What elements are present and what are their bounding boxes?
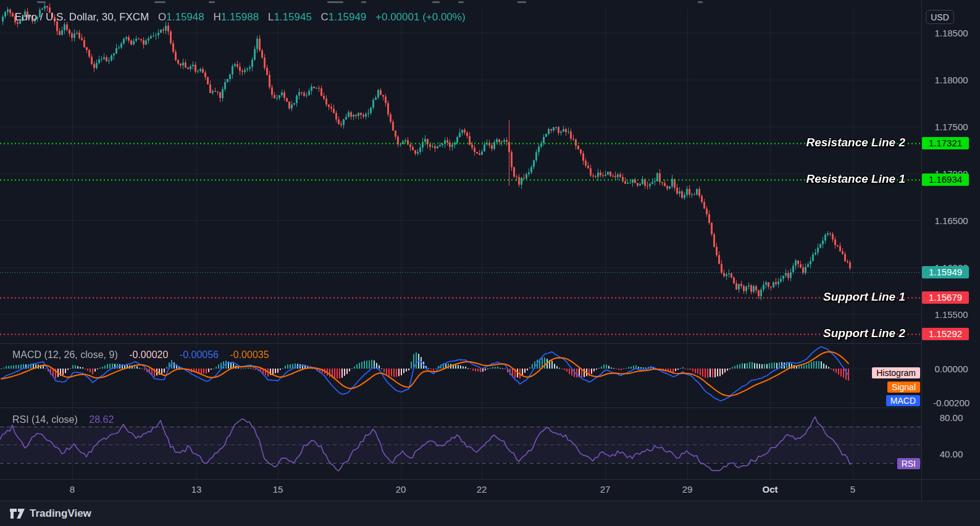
currency-toggle-button[interactable]: USD <box>926 10 954 24</box>
rsi-axis-tick: 80.00 <box>922 412 980 423</box>
high-value: 1.15988 <box>221 11 259 23</box>
price-axis-tick: 1.15500 <box>922 309 980 320</box>
chart-container: Euro / U.S. Dollar, 30, FXCM O1.15948 H1… <box>0 0 980 501</box>
time-axis-tick: 13 <box>191 484 202 495</box>
low-label: L <box>268 11 274 23</box>
macd-histogram-value: -0.00020 <box>129 349 168 360</box>
level-label-resistance-line-2[interactable]: Resistance Line 2 <box>806 136 905 149</box>
macd-legend-badge-macd: MACD <box>886 395 920 406</box>
rsi-axis-tick: 40.00 <box>922 449 980 459</box>
macd-line-value: -0.00056 <box>180 349 219 360</box>
macd-axis-tick: 0.00000 <box>922 364 980 374</box>
time-axis-tick: 8 <box>70 484 75 495</box>
rsi-value: 28.62 <box>89 414 114 425</box>
time-axis[interactable]: 8131520222729Oct5 <box>0 479 980 501</box>
bottom-bar: TradingView <box>0 501 980 526</box>
time-axis-tick: 27 <box>600 484 611 495</box>
time-axis-tick: 15 <box>273 484 283 495</box>
price-chart-canvas[interactable] <box>0 0 921 479</box>
support-price-badge: 1.15679 <box>922 291 969 304</box>
price-axis-tick: 1.17500 <box>922 122 980 132</box>
level-label-resistance-line-1[interactable]: Resistance Line 1 <box>806 172 905 186</box>
resistance-price-badge: 1.16934 <box>922 173 969 186</box>
macd-signal-value: -0.00035 <box>230 349 269 360</box>
level-label-support-line-2[interactable]: Support Line 2 <box>823 327 905 340</box>
close-label: C <box>321 11 329 23</box>
macd-title[interactable]: MACD (12, 26, close, 9) <box>12 349 118 360</box>
low-value: 1.15945 <box>274 11 311 23</box>
open-label: O <box>158 11 166 23</box>
rsi-legend: RSI (14, close) 28.62 <box>12 414 114 425</box>
rsi-legend-badge: RSI <box>897 458 920 469</box>
time-axis-tick: 5 <box>850 484 855 495</box>
time-axis-tick: Oct <box>762 484 777 495</box>
symbol-title[interactable]: Euro / U.S. Dollar, 30, FXCM <box>15 11 149 23</box>
resistance-price-badge: 1.17321 <box>922 137 969 149</box>
high-label: H <box>213 11 220 23</box>
support-price-badge: 1.15292 <box>922 328 969 340</box>
price-axis-tick: 1.16500 <box>922 215 980 226</box>
tradingview-logo-icon <box>9 507 25 520</box>
symbol-legend[interactable]: Euro / U.S. Dollar, 30, FXCM O1.15948 H1… <box>15 11 466 23</box>
time-axis-tick: 29 <box>682 484 693 495</box>
rsi-title[interactable]: RSI (14, close) <box>12 414 78 425</box>
level-label-support-line-1[interactable]: Support Line 1 <box>823 290 905 304</box>
tradingview-logo[interactable]: TradingView <box>9 507 91 520</box>
tradingview-chart-window: Euro / U.S. Dollar, 30, FXCM O1.15948 H1… <box>0 0 980 526</box>
price-axis-tick: 1.18500 <box>922 28 980 38</box>
change-value: +0.00001 (+0.00%) <box>375 11 466 23</box>
macd-legend-badge-histogram: Histogram <box>872 367 920 378</box>
macd-legend: MACD (12, 26, close, 9) -0.00020 -0.0005… <box>12 349 269 361</box>
time-axis-tick: 20 <box>396 484 406 495</box>
macd-legend-badge-signal: Signal <box>887 382 920 393</box>
macd-axis-tick: -0.00200 <box>922 398 980 408</box>
open-value: 1.15948 <box>166 11 204 23</box>
price-axis-tick: 1.18000 <box>922 75 980 85</box>
time-axis-tick: 22 <box>477 484 487 495</box>
price-axis[interactable]: USD 1.185001.180001.175001.170001.165001… <box>921 0 980 501</box>
close-value: 1.15949 <box>329 11 366 23</box>
current-price-badge: 1.15949 <box>922 266 969 278</box>
tradingview-logo-text: TradingView <box>30 507 91 520</box>
